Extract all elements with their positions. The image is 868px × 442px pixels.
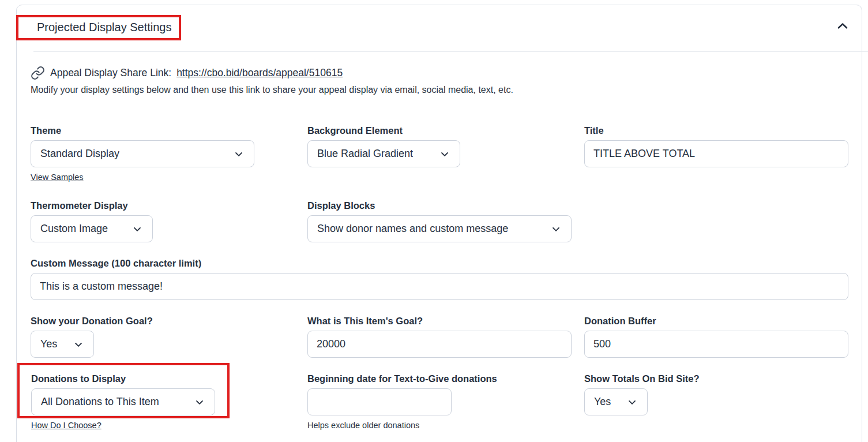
field-background-element: Background Element Blue Radial Gradient <box>307 125 460 167</box>
collapse-panel-button[interactable] <box>833 17 852 35</box>
field-custom-message: Custom Message (100 character limit) <box>31 257 848 300</box>
text-to-give-date-input[interactable] <box>307 388 452 415</box>
theme-select-value: Standard Display <box>40 148 119 160</box>
item-goal-input[interactable] <box>307 331 572 358</box>
thermometer-display-label: Thermometer Display <box>31 200 153 211</box>
item-goal-label: What is This Item's Goal? <box>307 315 572 327</box>
panel-title: Projected Display Settings <box>37 20 171 35</box>
chevron-down-icon <box>626 396 638 408</box>
field-theme: Theme Standard Display View Samples <box>31 125 254 182</box>
display-blocks-select[interactable]: Show donor names and custom message <box>307 215 572 242</box>
background-element-label: Background Element <box>307 125 460 136</box>
custom-message-label: Custom Message (100 character limit) <box>31 257 848 269</box>
field-text-to-give-date: Beginning date for Text-to-Give donation… <box>307 373 452 430</box>
show-totals-select-value: Yes <box>594 396 611 408</box>
chevron-down-icon <box>550 223 562 235</box>
field-donation-buffer: Donation Buffer <box>584 315 848 358</box>
view-samples-link[interactable]: View Samples <box>31 173 84 182</box>
share-link-url[interactable]: https://cbo.bid/boards/appeal/510615 <box>176 67 343 79</box>
text-to-give-date-label: Beginning date for Text-to-Give donation… <box>307 373 452 384</box>
title-label: Title <box>584 125 848 136</box>
title-input[interactable] <box>584 140 848 167</box>
donations-to-display-select-value: All Donations to This Item <box>41 396 159 408</box>
donation-buffer-input[interactable] <box>584 331 848 358</box>
text-to-give-date-helper: Helps exclude older donations <box>307 421 452 430</box>
share-link-description: Modify your display settings below and t… <box>31 85 513 95</box>
chevron-up-icon <box>834 18 851 33</box>
field-item-goal: What is This Item's Goal? <box>307 315 572 358</box>
chevron-down-icon <box>233 148 245 160</box>
background-element-select-value: Blue Radial Gradient <box>317 148 413 160</box>
show-donation-goal-select[interactable]: Yes <box>31 331 94 358</box>
field-show-totals: Show Totals On Bid Site? Yes <box>584 373 700 415</box>
field-donations-to-display: Donations to Display All Donations to Th… <box>31 373 215 430</box>
donation-buffer-label: Donation Buffer <box>584 315 848 327</box>
display-blocks-label: Display Blocks <box>307 200 572 211</box>
chevron-down-icon <box>131 223 143 235</box>
show-totals-label: Show Totals On Bid Site? <box>584 373 700 384</box>
share-link-row: Appeal Display Share Link: https://cbo.b… <box>31 66 343 80</box>
show-donation-goal-select-value: Yes <box>40 338 57 350</box>
show-donation-goal-label: Show your Donation Goal? <box>31 315 153 327</box>
how-do-i-choose-link[interactable]: How Do I Choose? <box>31 421 102 430</box>
donations-to-display-label: Donations to Display <box>31 373 215 384</box>
donations-to-display-select[interactable]: All Donations to This Item <box>31 388 215 415</box>
link-icon <box>31 66 45 80</box>
thermometer-display-select[interactable]: Custom Image <box>31 215 153 242</box>
field-thermometer-display: Thermometer Display Custom Image <box>31 200 153 242</box>
theme-label: Theme <box>31 125 254 136</box>
display-blocks-select-value: Show donor names and custom message <box>317 223 508 235</box>
page: Projected Display Settings Appeal Displa… <box>0 0 868 442</box>
theme-select[interactable]: Standard Display <box>31 140 254 167</box>
background-element-select[interactable]: Blue Radial Gradient <box>307 140 460 167</box>
chevron-down-icon <box>439 148 450 160</box>
show-totals-select[interactable]: Yes <box>584 388 648 415</box>
header-divider <box>33 51 868 52</box>
field-title: Title <box>584 125 848 167</box>
field-display-blocks: Display Blocks Show donor names and cust… <box>307 200 572 242</box>
chevron-down-icon <box>73 339 84 350</box>
custom-message-input[interactable] <box>31 273 848 300</box>
chevron-down-icon <box>194 396 205 408</box>
share-link-label: Appeal Display Share Link: <box>50 67 171 79</box>
field-show-donation-goal: Show your Donation Goal? Yes <box>31 315 153 358</box>
thermometer-display-select-value: Custom Image <box>40 223 108 235</box>
